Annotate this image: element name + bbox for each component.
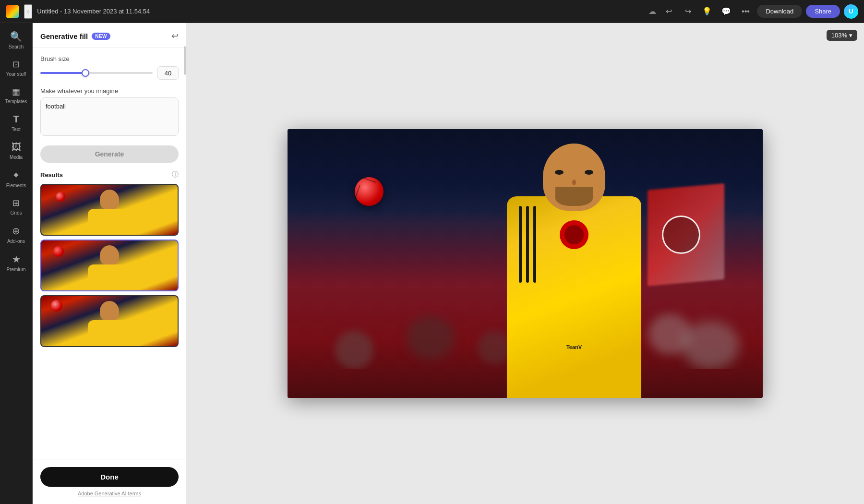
result-image-2 (41, 240, 178, 290)
panel-footer: Done Adobe Generative AI terms (33, 459, 186, 504)
results-section: Results ⓘ (40, 170, 179, 347)
football (355, 177, 384, 206)
sidebar-item-search[interactable]: 🔍 Search (2, 27, 31, 53)
add-ons-icon: ⊕ (12, 225, 20, 237)
sidebar-item-text[interactable]: T Text (2, 110, 31, 136)
sidebar-item-grids[interactable]: ⊞ Grids (2, 194, 31, 219)
search-icon: 🔍 (10, 31, 22, 42)
brush-row: 40 (40, 66, 179, 80)
media-icon: 🖼 (12, 142, 21, 153)
sidebar-item-label: Elements (6, 183, 26, 188)
imagine-section: Make whatever you imagine football (40, 87, 179, 138)
generative-fill-panel: Generative fill NEW ↩ Brush size 40 Make… (33, 23, 186, 504)
brush-size-slider[interactable] (40, 72, 153, 74)
result-image-1 (41, 185, 178, 235)
sidebar-item-label: Add-ons (7, 239, 25, 244)
zoom-level: 103% (831, 32, 847, 39)
sidebar-item-label: Search (9, 44, 24, 49)
more-button[interactable]: ••• (738, 4, 753, 19)
panel-title-wrap: Generative fill NEW (40, 32, 110, 40)
elements-icon: ✦ (12, 169, 20, 181)
your-stuff-icon: ⊡ (12, 59, 20, 70)
panel-reset-button[interactable]: ↩ (171, 31, 179, 41)
topbar-actions: ↩ ↪ 💡 💬 ••• Download Share U (661, 4, 858, 19)
sidebar-item-label: Text (12, 127, 20, 132)
avatar[interactable]: U (844, 4, 858, 19)
imagine-label: Make whatever you imagine (40, 87, 179, 95)
result-image-3 (41, 296, 178, 346)
topbar: A ‹ Untitled - 13 November 2023 at 11.54… (0, 0, 864, 23)
canvas-image-container[interactable]: TeanV (288, 129, 763, 398)
sidebar-item-templates[interactable]: ▦ Templates (2, 83, 31, 108)
grids-icon: ⊞ (12, 198, 20, 208)
new-badge: NEW (92, 33, 110, 40)
sidebar-item-label: Templates (5, 99, 27, 104)
sidebar-item-label: Grids (11, 210, 22, 216)
brush-size-value: 40 (157, 66, 179, 80)
templates-icon: ▦ (12, 86, 20, 97)
text-icon: T (13, 114, 19, 125)
results-grid (40, 184, 179, 347)
document-title: Untitled - 13 November 2023 at 11.54.54 (37, 8, 644, 15)
sidebar-item-premium[interactable]: ★ Premium (2, 250, 31, 276)
tips-button[interactable]: 💡 (699, 4, 715, 19)
results-header: Results ⓘ (40, 170, 179, 179)
canvas-image: TeanV (288, 129, 763, 398)
panel-body: Brush size 40 Make whatever you imagine … (33, 48, 186, 355)
brush-size-label: Brush size (40, 55, 179, 62)
sidebar-item-label: Your stuff (6, 72, 26, 77)
share-button[interactable]: Share (806, 5, 840, 18)
chevron-down-icon: ▾ (849, 32, 852, 39)
sidebar-item-label: Media (10, 155, 23, 160)
canvas-area[interactable]: 103% ▾ (186, 23, 864, 504)
undo-button[interactable]: ↩ (661, 4, 676, 19)
panel-header: Generative fill NEW ↩ (33, 23, 186, 48)
panel-scroll-thumb[interactable] (184, 46, 186, 75)
sidebar-item-label: Premium (6, 267, 25, 272)
comments-button[interactable]: 💬 (719, 4, 734, 19)
redo-button[interactable]: ↪ (680, 4, 696, 19)
generate-button[interactable]: Generate (40, 145, 179, 163)
cloud-icon: ☁ (648, 7, 656, 16)
download-button[interactable]: Download (757, 5, 802, 18)
premium-icon: ★ (12, 253, 21, 265)
zoom-indicator[interactable]: 103% ▾ (827, 30, 857, 41)
sidebar-item-your-stuff[interactable]: ⊡ Your stuff (2, 55, 31, 81)
sidebar-item-elements[interactable]: ✦ Elements (2, 166, 31, 192)
info-icon[interactable]: ⓘ (172, 170, 179, 179)
back-button[interactable]: ‹ (24, 4, 32, 19)
result-item-3[interactable] (40, 295, 179, 347)
app-logo: A (6, 5, 19, 18)
results-title: Results (40, 171, 63, 179)
brush-size-section: Brush size 40 (40, 55, 179, 80)
result-item-1[interactable] (40, 184, 179, 236)
sidebar-item-media[interactable]: 🖼 Media (2, 138, 31, 164)
imagine-textarea[interactable]: football (40, 97, 179, 136)
main-layout: 🔍 Search ⊡ Your stuff ▦ Templates T Text… (0, 23, 864, 504)
sidebar-item-add-ons[interactable]: ⊕ Add-ons (2, 221, 31, 248)
result-item-2[interactable] (40, 240, 179, 291)
ai-terms-link[interactable]: Adobe Generative AI terms (78, 491, 141, 496)
panel-title: Generative fill (40, 32, 88, 40)
done-button[interactable]: Done (40, 467, 179, 487)
icon-sidebar: 🔍 Search ⊡ Your stuff ▦ Templates T Text… (0, 23, 33, 504)
